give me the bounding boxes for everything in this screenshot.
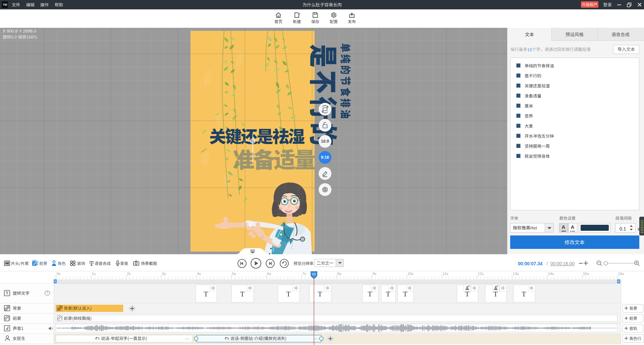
- svg-text:?: ?: [46, 291, 48, 295]
